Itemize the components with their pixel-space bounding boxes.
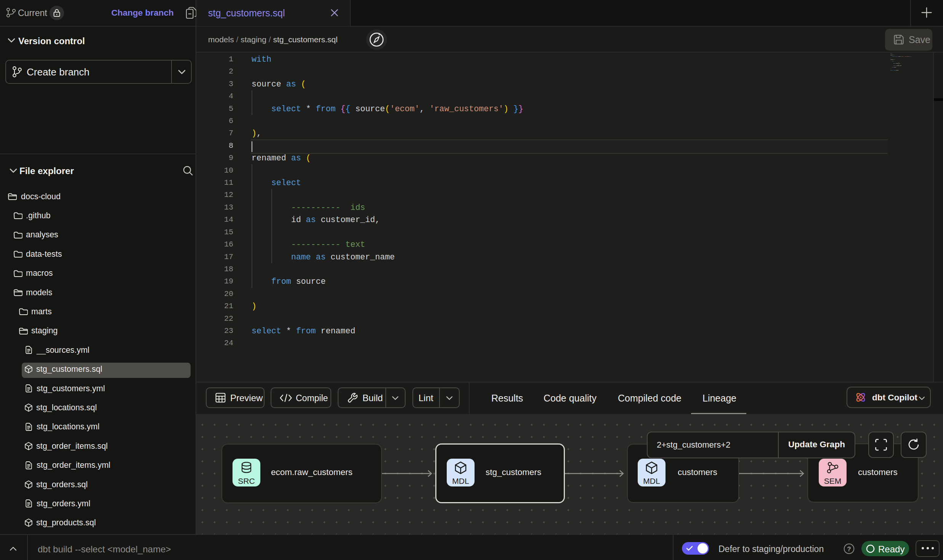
svg-text:?: ? (847, 546, 851, 553)
